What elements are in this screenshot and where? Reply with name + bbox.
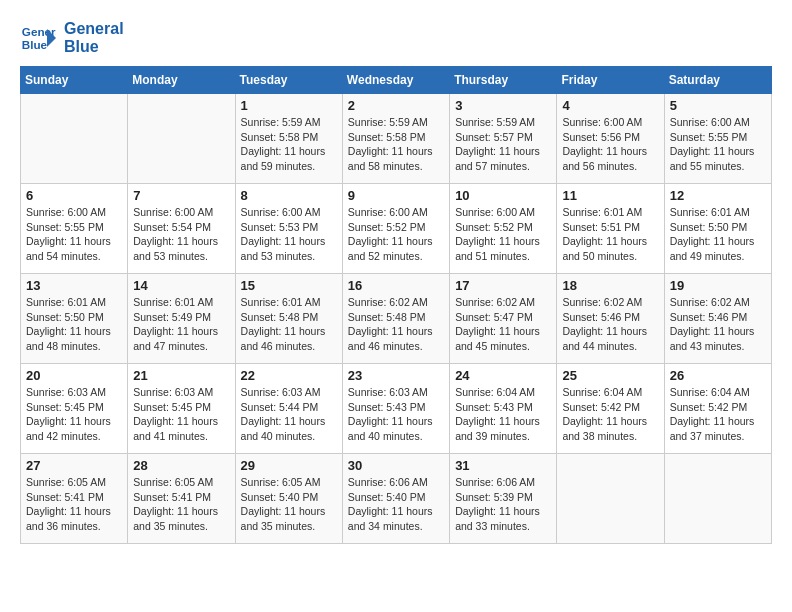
week-row-3: 13Sunrise: 6:01 AMSunset: 5:50 PMDayligh… (21, 274, 772, 364)
day-number: 16 (348, 278, 444, 293)
cell-info: Sunrise: 6:02 AMSunset: 5:47 PMDaylight:… (455, 295, 551, 354)
day-header-saturday: Saturday (664, 67, 771, 94)
calendar-cell (664, 454, 771, 544)
day-header-wednesday: Wednesday (342, 67, 449, 94)
logo: General Blue General Blue (20, 20, 124, 56)
cell-info: Sunrise: 6:05 AMSunset: 5:41 PMDaylight:… (26, 475, 122, 534)
calendar-cell: 6Sunrise: 6:00 AMSunset: 5:55 PMDaylight… (21, 184, 128, 274)
day-number: 10 (455, 188, 551, 203)
day-number: 26 (670, 368, 766, 383)
cell-info: Sunrise: 6:00 AMSunset: 5:55 PMDaylight:… (26, 205, 122, 264)
cell-info: Sunrise: 6:04 AMSunset: 5:43 PMDaylight:… (455, 385, 551, 444)
calendar-cell: 10Sunrise: 6:00 AMSunset: 5:52 PMDayligh… (450, 184, 557, 274)
day-number: 25 (562, 368, 658, 383)
calendar-cell: 26Sunrise: 6:04 AMSunset: 5:42 PMDayligh… (664, 364, 771, 454)
cell-info: Sunrise: 6:05 AMSunset: 5:40 PMDaylight:… (241, 475, 337, 534)
week-row-2: 6Sunrise: 6:00 AMSunset: 5:55 PMDaylight… (21, 184, 772, 274)
calendar-cell: 8Sunrise: 6:00 AMSunset: 5:53 PMDaylight… (235, 184, 342, 274)
cell-info: Sunrise: 5:59 AMSunset: 5:57 PMDaylight:… (455, 115, 551, 174)
cell-info: Sunrise: 6:01 AMSunset: 5:51 PMDaylight:… (562, 205, 658, 264)
calendar-cell: 18Sunrise: 6:02 AMSunset: 5:46 PMDayligh… (557, 274, 664, 364)
cell-info: Sunrise: 6:00 AMSunset: 5:52 PMDaylight:… (455, 205, 551, 264)
day-number: 19 (670, 278, 766, 293)
day-number: 22 (241, 368, 337, 383)
day-number: 14 (133, 278, 229, 293)
cell-info: Sunrise: 6:00 AMSunset: 5:52 PMDaylight:… (348, 205, 444, 264)
calendar-cell: 31Sunrise: 6:06 AMSunset: 5:39 PMDayligh… (450, 454, 557, 544)
calendar-cell (128, 94, 235, 184)
cell-info: Sunrise: 6:02 AMSunset: 5:46 PMDaylight:… (670, 295, 766, 354)
day-number: 15 (241, 278, 337, 293)
day-number: 3 (455, 98, 551, 113)
logo-general: General (64, 20, 124, 38)
cell-info: Sunrise: 6:01 AMSunset: 5:48 PMDaylight:… (241, 295, 337, 354)
calendar-cell: 2Sunrise: 5:59 AMSunset: 5:58 PMDaylight… (342, 94, 449, 184)
calendar-cell: 16Sunrise: 6:02 AMSunset: 5:48 PMDayligh… (342, 274, 449, 364)
day-header-thursday: Thursday (450, 67, 557, 94)
cell-info: Sunrise: 6:06 AMSunset: 5:39 PMDaylight:… (455, 475, 551, 534)
calendar-cell: 30Sunrise: 6:06 AMSunset: 5:40 PMDayligh… (342, 454, 449, 544)
week-row-5: 27Sunrise: 6:05 AMSunset: 5:41 PMDayligh… (21, 454, 772, 544)
calendar-cell: 5Sunrise: 6:00 AMSunset: 5:55 PMDaylight… (664, 94, 771, 184)
cell-info: Sunrise: 6:03 AMSunset: 5:44 PMDaylight:… (241, 385, 337, 444)
cell-info: Sunrise: 6:00 AMSunset: 5:53 PMDaylight:… (241, 205, 337, 264)
calendar-cell (557, 454, 664, 544)
calendar-header: SundayMondayTuesdayWednesdayThursdayFrid… (21, 67, 772, 94)
calendar-cell: 28Sunrise: 6:05 AMSunset: 5:41 PMDayligh… (128, 454, 235, 544)
day-number: 12 (670, 188, 766, 203)
day-number: 1 (241, 98, 337, 113)
day-header-sunday: Sunday (21, 67, 128, 94)
calendar-cell (21, 94, 128, 184)
calendar-cell: 23Sunrise: 6:03 AMSunset: 5:43 PMDayligh… (342, 364, 449, 454)
day-header-friday: Friday (557, 67, 664, 94)
day-number: 28 (133, 458, 229, 473)
calendar-cell: 11Sunrise: 6:01 AMSunset: 5:51 PMDayligh… (557, 184, 664, 274)
week-row-4: 20Sunrise: 6:03 AMSunset: 5:45 PMDayligh… (21, 364, 772, 454)
calendar-cell: 24Sunrise: 6:04 AMSunset: 5:43 PMDayligh… (450, 364, 557, 454)
day-number: 21 (133, 368, 229, 383)
day-number: 2 (348, 98, 444, 113)
logo-icon: General Blue (20, 20, 56, 56)
calendar-cell: 12Sunrise: 6:01 AMSunset: 5:50 PMDayligh… (664, 184, 771, 274)
calendar-cell: 25Sunrise: 6:04 AMSunset: 5:42 PMDayligh… (557, 364, 664, 454)
day-number: 24 (455, 368, 551, 383)
day-number: 20 (26, 368, 122, 383)
calendar-cell: 17Sunrise: 6:02 AMSunset: 5:47 PMDayligh… (450, 274, 557, 364)
cell-info: Sunrise: 5:59 AMSunset: 5:58 PMDaylight:… (348, 115, 444, 174)
cell-info: Sunrise: 6:03 AMSunset: 5:45 PMDaylight:… (26, 385, 122, 444)
calendar-cell: 29Sunrise: 6:05 AMSunset: 5:40 PMDayligh… (235, 454, 342, 544)
cell-info: Sunrise: 6:04 AMSunset: 5:42 PMDaylight:… (670, 385, 766, 444)
calendar-cell: 14Sunrise: 6:01 AMSunset: 5:49 PMDayligh… (128, 274, 235, 364)
cell-info: Sunrise: 6:01 AMSunset: 5:49 PMDaylight:… (133, 295, 229, 354)
calendar-cell: 22Sunrise: 6:03 AMSunset: 5:44 PMDayligh… (235, 364, 342, 454)
day-number: 29 (241, 458, 337, 473)
cell-info: Sunrise: 6:01 AMSunset: 5:50 PMDaylight:… (26, 295, 122, 354)
calendar-cell: 7Sunrise: 6:00 AMSunset: 5:54 PMDaylight… (128, 184, 235, 274)
calendar-cell: 20Sunrise: 6:03 AMSunset: 5:45 PMDayligh… (21, 364, 128, 454)
week-row-1: 1Sunrise: 5:59 AMSunset: 5:58 PMDaylight… (21, 94, 772, 184)
day-number: 13 (26, 278, 122, 293)
svg-text:Blue: Blue (22, 38, 48, 51)
calendar-cell: 13Sunrise: 6:01 AMSunset: 5:50 PMDayligh… (21, 274, 128, 364)
day-number: 27 (26, 458, 122, 473)
calendar-table: SundayMondayTuesdayWednesdayThursdayFrid… (20, 66, 772, 544)
day-number: 8 (241, 188, 337, 203)
day-number: 30 (348, 458, 444, 473)
cell-info: Sunrise: 6:00 AMSunset: 5:56 PMDaylight:… (562, 115, 658, 174)
day-number: 11 (562, 188, 658, 203)
cell-info: Sunrise: 6:00 AMSunset: 5:55 PMDaylight:… (670, 115, 766, 174)
calendar-cell: 4Sunrise: 6:00 AMSunset: 5:56 PMDaylight… (557, 94, 664, 184)
calendar-cell: 27Sunrise: 6:05 AMSunset: 5:41 PMDayligh… (21, 454, 128, 544)
day-number: 5 (670, 98, 766, 113)
cell-info: Sunrise: 6:03 AMSunset: 5:45 PMDaylight:… (133, 385, 229, 444)
cell-info: Sunrise: 5:59 AMSunset: 5:58 PMDaylight:… (241, 115, 337, 174)
cell-info: Sunrise: 6:06 AMSunset: 5:40 PMDaylight:… (348, 475, 444, 534)
day-number: 18 (562, 278, 658, 293)
calendar-cell: 1Sunrise: 5:59 AMSunset: 5:58 PMDaylight… (235, 94, 342, 184)
calendar-cell: 15Sunrise: 6:01 AMSunset: 5:48 PMDayligh… (235, 274, 342, 364)
logo-blue: Blue (64, 38, 124, 56)
day-number: 17 (455, 278, 551, 293)
calendar-cell: 21Sunrise: 6:03 AMSunset: 5:45 PMDayligh… (128, 364, 235, 454)
day-number: 9 (348, 188, 444, 203)
page-header: General Blue General Blue (20, 20, 772, 56)
